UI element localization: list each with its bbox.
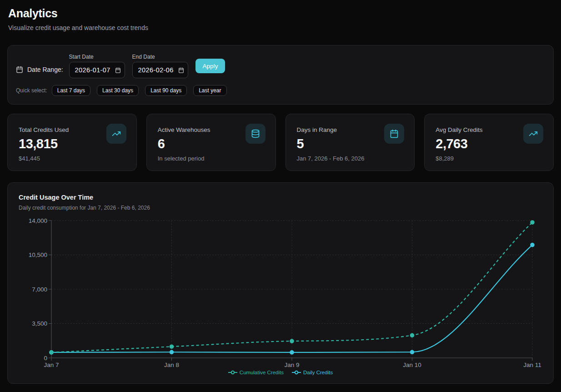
stat-sub: In selected period [158,155,265,162]
stat-card-active-warehouses: Active Warehouses 6 In selected period [146,114,276,171]
legend-label: Cumulative Credits [240,370,284,375]
x-tick-label: Jan 10 [403,362,421,368]
stat-sub: $41,445 [19,155,125,162]
start-date-picker-icon[interactable] [115,67,121,73]
legend-line-icon [292,370,301,375]
y-tick-label: 14,000 [29,217,47,224]
legend-label: Daily Credits [303,370,333,375]
end-date-picker-icon[interactable] [178,67,184,73]
page-header: Analytics Visualize credit usage and war… [0,0,561,31]
credit-usage-chart-card: Credit Usage Over Time Daily credit cons… [7,182,554,384]
end-date-field: End Date [132,54,188,78]
daily-credits-data-point [410,350,415,354]
legend-item-cumulative-credits[interactable]: Cumulative Credits [228,370,284,375]
date-range-label-text: Date Range: [27,66,63,73]
quick-select-last-90-days[interactable]: Last 90 days [145,85,187,96]
quick-select-buttons: Last 7 daysLast 30 daysLast 90 daysLast … [52,85,227,96]
chart-title: Credit Usage Over Time [19,194,542,201]
apply-button[interactable]: Apply [195,59,225,73]
quick-select-row: Quick select: Last 7 daysLast 30 daysLas… [16,85,545,96]
quick-select-last-7-days[interactable]: Last 7 days [52,85,90,96]
cumulative-credits-data-point [530,220,535,225]
legend-item-daily-credits[interactable]: Daily Credits [292,370,333,375]
page-subtitle: Visualize credit usage and warehouse cos… [8,24,553,31]
y-tick-label: 3,500 [32,320,47,327]
x-tick-label: Jan 7 [44,362,59,368]
stat-sub: $8,289 [436,155,542,162]
start-date-label: Start Date [69,54,125,60]
y-tick-label: 7,000 [32,286,47,293]
y-tick-label: 10,500 [29,251,47,258]
daily-credits-data-point [290,350,294,355]
legend-line-icon [228,370,237,375]
cumulative-credits-data-point [170,344,174,349]
daily-credits-data-point [530,243,535,247]
x-tick-label: Jan 8 [164,362,179,368]
stat-cards-row: Total Credits Used 13,815 $41,445 Active… [7,114,554,171]
start-date-input[interactable] [75,66,115,74]
cumulative-credits-data-point [49,350,54,355]
date-filter-row: Date Range: Start Date End Date Apply [16,54,545,78]
cumulative-credits-data-point [290,339,294,343]
start-date-input-box[interactable] [69,62,125,78]
database-icon [245,124,265,144]
chart-subtitle: Daily credit consumption for Jan 7, 2026… [19,205,542,211]
start-date-field: Start Date [69,54,125,78]
stat-card-total-credits-used: Total Credits Used 13,815 $41,445 [7,114,137,171]
quick-select-last-30-days[interactable]: Last 30 days [97,85,139,96]
cumulative-credits-data-point [410,333,415,338]
end-date-input-box[interactable] [132,62,188,78]
trending-up-icon [523,124,543,144]
calendar-icon [16,66,23,73]
page-title: Analytics [8,6,553,20]
y-tick-label: 0 [44,355,47,362]
calendar-icon [384,124,404,144]
credit-usage-chart: 03,5007,00010,50014,000Jan 7Jan 8Jan 9Ja… [19,213,543,369]
stat-card-avg-daily-credits: Avg Daily Credits 2,763 $8,289 [424,114,554,171]
date-filter-panel: Date Range: Start Date End Date Apply Qu… [7,45,554,105]
quick-select-last-year[interactable]: Last year [193,85,226,96]
chart-legend: Cumulative CreditsDaily Credits [19,370,542,375]
end-date-input[interactable] [138,66,178,74]
daily-credits-data-point [170,350,174,354]
date-range-label: Date Range: [16,66,63,73]
x-tick-label: Jan 9 [284,362,299,368]
stat-card-days-in-range: Days in Range 5 Jan 7, 2026 - Feb 6, 202… [286,114,415,171]
x-tick-label: Jan 11 [523,362,541,368]
trending-up-icon [106,124,126,144]
quick-select-label: Quick select: [16,87,47,94]
stat-sub: Jan 7, 2026 - Feb 6, 2026 [297,155,404,162]
end-date-label: End Date [132,54,188,60]
